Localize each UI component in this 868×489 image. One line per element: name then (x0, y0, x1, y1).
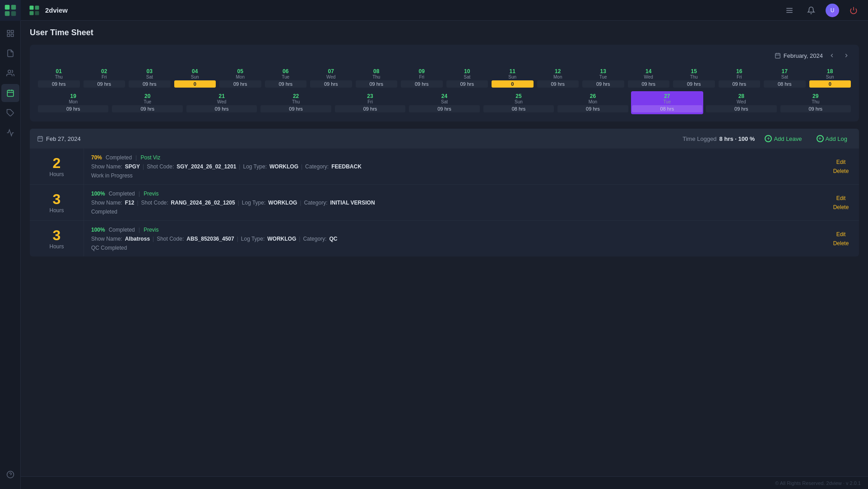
day-name-11: Sun (492, 75, 534, 79)
calendar-day-06[interactable]: 06Tue09 hrs (264, 66, 308, 89)
day-name-22: Thu (260, 99, 331, 104)
day-hours-08: 09 hrs (356, 80, 398, 88)
calendar-day-07[interactable]: 07Wed09 hrs (309, 66, 353, 89)
day-name-26: Mon (557, 99, 628, 104)
calendar-day-09[interactable]: 09Fri09 hrs (400, 66, 444, 89)
day-num-01: 01 (38, 68, 80, 75)
calendar-day-10[interactable]: 10Sat09 hrs (446, 66, 489, 89)
log-hours-col-1: 3 Hours (30, 185, 84, 220)
calendar-day-08[interactable]: 08Thu09 hrs (355, 66, 399, 89)
svg-rect-4 (7, 30, 9, 33)
day-num-14: 14 (628, 68, 670, 75)
day-num-20: 20 (112, 93, 182, 99)
day-hours-21: 09 hrs (186, 105, 257, 112)
edit-button-2[interactable]: Edit (836, 231, 846, 238)
top-header: 2dview U (21, 0, 868, 21)
calendar-day-25[interactable]: 25Sun08 hrs (483, 91, 555, 114)
day-num-12: 12 (537, 68, 579, 75)
day-hours-27: 08 hrs (632, 105, 702, 112)
log-actions-col-1: Edit Delete (823, 185, 859, 220)
calendar-day-22[interactable]: 22Thu09 hrs (260, 91, 332, 114)
log-details-0: 70% Completed | Post Viz Show Name: SPGY… (84, 149, 823, 184)
day-num-02: 02 (84, 68, 125, 75)
svg-rect-7 (11, 34, 13, 37)
edit-button-0[interactable]: Edit (836, 159, 846, 165)
calendar-day-17[interactable]: 17Sat08 hrs (763, 66, 807, 89)
svg-rect-17 (35, 5, 39, 9)
calendar-day-29[interactable]: 29Thu09 hrs (780, 91, 852, 114)
pct-badge-0: 70% (91, 154, 102, 161)
sidebar-item-calendar[interactable] (1, 84, 19, 102)
day-num-11: 11 (492, 68, 534, 75)
sidebar-item-users[interactable] (1, 64, 19, 82)
day-hours-06: 09 hrs (265, 80, 307, 88)
edit-button-1[interactable]: Edit (836, 195, 846, 201)
day-hours-25: 08 hrs (483, 105, 554, 112)
calendar-day-15[interactable]: 15Thu09 hrs (672, 66, 716, 89)
day-num-27: 27 (632, 93, 702, 99)
add-log-button[interactable]: + Add Log (812, 133, 852, 144)
log-entry-2: 3 Hours 100% Completed | Previs Show Nam… (30, 221, 859, 256)
sidebar-item-tag[interactable] (1, 104, 19, 122)
log-hours-col-0: 2 Hours (30, 149, 84, 184)
power-icon[interactable] (846, 3, 861, 18)
calendar-day-28[interactable]: 28Wed09 hrs (705, 91, 777, 114)
sidebar-item-grid[interactable] (1, 24, 19, 42)
log-status-1: Completed (91, 209, 816, 215)
calendar-next-button[interactable] (841, 50, 852, 61)
calendar-prev-button[interactable] (826, 50, 837, 61)
calendar-day-11[interactable]: 11Sun0 (491, 66, 534, 89)
completed-text-0: Completed (106, 154, 132, 161)
day-hours-14: 09 hrs (628, 80, 670, 88)
day-name-17: Sat (764, 75, 806, 79)
calendar-day-04[interactable]: 04Sun0 (173, 66, 217, 89)
day-name-29: Thu (780, 99, 851, 104)
log-hours-label-1: Hours (49, 207, 64, 214)
calendar-day-13[interactable]: 13Tue09 hrs (581, 66, 625, 89)
svg-rect-9 (7, 90, 14, 97)
calendar-day-23[interactable]: 23Fri09 hrs (334, 91, 406, 114)
avatar[interactable]: U (826, 4, 839, 17)
day-name-15: Thu (673, 75, 715, 79)
shot-code-1: RANG_2024_26_02_1205 (171, 200, 235, 206)
calendar-day-02[interactable]: 02Fri09 hrs (83, 66, 126, 89)
calendar-day-20[interactable]: 20Tue09 hrs (111, 91, 183, 114)
svg-rect-24 (775, 53, 780, 58)
delete-button-1[interactable]: Delete (833, 204, 849, 210)
calendar-day-26[interactable]: 26Mon09 hrs (557, 91, 629, 114)
calendar-day-03[interactable]: 03Sat09 hrs (128, 66, 172, 89)
calendar-day-18[interactable]: 18Sun0 (808, 66, 852, 89)
day-hours-19: 09 hrs (38, 105, 108, 112)
day-num-25: 25 (483, 93, 554, 99)
sidebar-item-activity[interactable] (1, 124, 19, 142)
calendar-day-05[interactable]: 05Mon09 hrs (218, 66, 262, 89)
sidebar-logo[interactable] (0, 0, 21, 21)
sidebar-item-document[interactable] (1, 44, 19, 62)
calendar-day-14[interactable]: 14Wed09 hrs (627, 66, 671, 89)
add-leave-button[interactable]: + Add Leave (760, 133, 806, 144)
notification-icon[interactable] (804, 3, 818, 18)
delete-button-0[interactable]: Delete (833, 168, 849, 174)
calendar-day-27[interactable]: 27Tue08 hrs (631, 91, 703, 114)
log-hours-num-0: 2 (53, 156, 61, 170)
delete-button-2[interactable]: Delete (833, 240, 849, 247)
sidebar-item-help[interactable] (1, 466, 19, 484)
day-name-08: Thu (356, 75, 398, 79)
day-hours-01: 09 hrs (38, 80, 80, 88)
day-hours-09: 09 hrs (401, 80, 443, 88)
log-details-2: 100% Completed | Previs Show Name: Albat… (84, 221, 823, 256)
log-type-1: WORKLOG (268, 200, 297, 206)
calendar-day-16[interactable]: 16Fri09 hrs (718, 66, 761, 89)
calendar-day-12[interactable]: 12Mon09 hrs (536, 66, 580, 89)
day-num-19: 19 (38, 93, 108, 99)
day-num-04: 04 (174, 68, 216, 75)
day-hours-03: 09 hrs (129, 80, 171, 88)
calendar-day-24[interactable]: 24Sat09 hrs (408, 91, 480, 114)
log-entry-0: 2 Hours 70% Completed | Post Viz Show Na… (30, 149, 859, 185)
calendar-day-01[interactable]: 01Thu09 hrs (37, 66, 81, 89)
menu-icon[interactable] (782, 3, 797, 18)
completed-text-2: Completed (109, 227, 135, 233)
day-hours-05: 09 hrs (219, 80, 261, 88)
calendar-day-19[interactable]: 19Mon09 hrs (37, 91, 109, 114)
calendar-day-21[interactable]: 21Wed09 hrs (186, 91, 258, 114)
